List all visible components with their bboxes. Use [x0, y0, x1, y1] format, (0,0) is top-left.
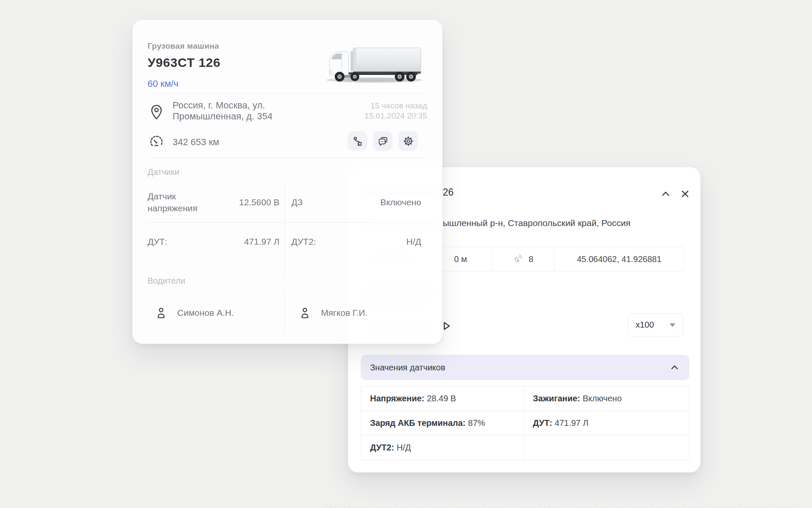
chat-button[interactable] [373, 131, 392, 151]
speedometer-icon [149, 134, 164, 149]
address-line-2: Промышленная, д. 354 [173, 111, 312, 122]
odometer-value: 342 653 км [173, 137, 219, 148]
cell-value: 87% [468, 418, 485, 428]
table-cell: Заряд АКБ терминала:87% [361, 411, 524, 436]
sensor-label: ДУТ2: [291, 236, 316, 248]
sensor-values-header[interactable]: Значения датчиков [361, 355, 689, 380]
cell-label: Зажигание: [533, 394, 580, 403]
cell-value: Включено [583, 394, 622, 403]
sensor-item: ДУТ: 471.97 Л [148, 222, 280, 261]
driver-item: Мягков Г.И. [291, 292, 425, 334]
vehicle-speed: 60 км/ч [148, 78, 178, 89]
sensor-label: ДЗ [291, 196, 303, 208]
divider [285, 292, 285, 334]
vehicle-address: Россия, г. Москва, ул. Промышленная, д. … [173, 100, 312, 122]
driver-name: Мягков Г.И. [321, 308, 368, 318]
drivers-section-title: Водители [148, 276, 185, 286]
route-button[interactable] [348, 131, 367, 151]
info-cell-coordinates: 45.064062, 41.926881 [554, 247, 684, 271]
vehicle-actions [348, 131, 418, 151]
driver-name: Симонов А.Н. [177, 308, 234, 318]
sensor-values-table: Напряжение:28.49 В Зажигание:Включено За… [361, 386, 690, 460]
track-address: ышленный р-н, Ставропольский край, Росси… [443, 218, 631, 228]
sensor-value: Н/Д [406, 237, 421, 247]
table-cell: Зажигание:Включено [524, 387, 690, 411]
person-icon [154, 306, 168, 320]
chat-icon [377, 135, 389, 147]
table-cell-empty [524, 436, 690, 460]
settings-button[interactable] [398, 131, 418, 151]
truck-image [321, 44, 428, 85]
satellite-icon [513, 254, 524, 265]
chevron-up-icon [669, 362, 680, 373]
driver-item: Симонов А.Н. [148, 292, 280, 334]
person-icon [298, 306, 312, 320]
cell-label: ДУТ2: [370, 443, 394, 453]
table-cell: ДУТ:471.97 Л [524, 411, 690, 436]
cell-value: 471.97 Л [555, 418, 589, 428]
close-card-button[interactable] [678, 187, 693, 201]
cell-label: ДУТ: [533, 418, 552, 428]
sensors-section-title: Датчики [148, 167, 179, 177]
sensor-value: 471.97 Л [244, 237, 280, 247]
vehicle-plate: У963СТ 126 [148, 55, 220, 70]
cell-value: Н/Д [397, 443, 411, 453]
vehicle-card: Грузовая машина У963СТ 126 60 км/ч [132, 20, 442, 344]
cell-label: Напряжение: [370, 394, 424, 403]
close-icon [679, 188, 691, 200]
sensor-item: ДЗ Включено [291, 182, 421, 222]
sensor-item: Датчик напряжения 12.5600 В [148, 182, 280, 222]
sensors-grid: Датчик напряжения 12.5600 В ДЗ Включено … [148, 182, 427, 281]
cell-label: Заряд АКБ терминала: [370, 418, 466, 428]
chevron-up-icon [660, 188, 672, 200]
playback-speed-value: x100 [636, 320, 654, 330]
sensor-value: 12.5600 В [239, 197, 280, 207]
table-cell: ДУТ2:Н/Д [361, 436, 524, 460]
sensor-label: ДУТ: [148, 236, 167, 248]
gear-icon [403, 135, 414, 147]
sensor-item: ДУТ2: Н/Д [291, 222, 421, 261]
route-icon [352, 135, 363, 147]
divider [148, 93, 427, 94]
address-line-1: Россия, г. Москва, ул. [173, 100, 312, 111]
time-relative: 15 часов назад [317, 101, 427, 111]
app-background: 26 ышленный р-н, Ставропольский край, Ро… [0, 0, 812, 508]
time-datetime: 15.01.2024 20:35 [317, 111, 427, 121]
playback-speed-select[interactable]: x100 [628, 313, 683, 337]
location-pin-icon [149, 103, 164, 121]
track-card-title: 26 [443, 187, 454, 198]
distance-value: 0 м [454, 254, 467, 264]
caret-down-icon [669, 323, 675, 327]
table-cell: Напряжение:28.49 В [361, 387, 524, 411]
drivers-list: Симонов А.Н. Мягков Г.И. [148, 292, 427, 337]
last-update-time: 15 часов назад 15.01.2024 20:35 [317, 101, 427, 121]
vehicle-type-label: Грузовая машина [148, 41, 219, 51]
sensor-label: Датчик напряжения [148, 190, 215, 214]
divider [148, 157, 427, 158]
cell-value: 28.49 В [427, 394, 456, 403]
coordinates-value: 45.064062, 41.926881 [577, 254, 661, 264]
info-cell-satellites: 8 [491, 247, 554, 271]
satellites-count: 8 [529, 254, 533, 264]
divider [285, 184, 285, 279]
collapse-card-button[interactable] [658, 187, 673, 201]
sensor-value: Включено [380, 197, 421, 207]
sensor-values-title: Значения датчиков [370, 363, 445, 373]
bottom-artifact [326, 505, 795, 507]
